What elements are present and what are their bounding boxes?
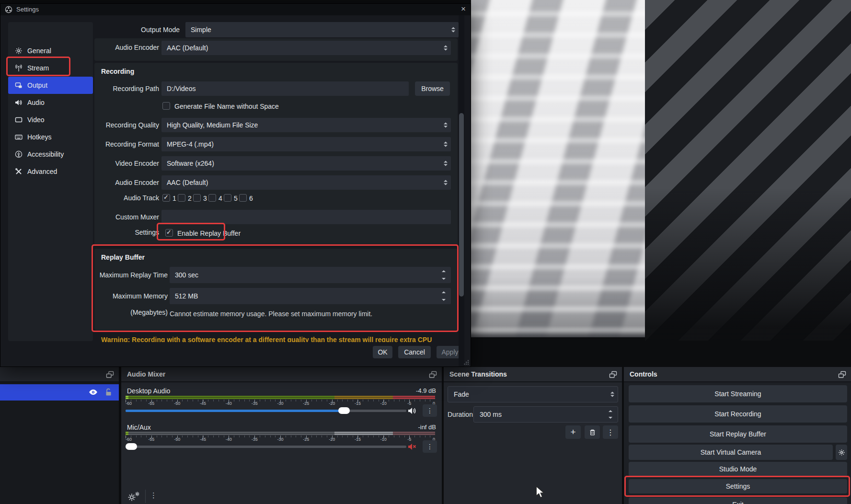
start-streaming-button[interactable]: Start Streaming	[629, 385, 847, 402]
audio-encoder2-select[interactable]: AAC (Default)	[161, 175, 451, 190]
no-space-checkbox[interactable]	[162, 102, 170, 110]
volume-meter	[126, 432, 435, 435]
popout-icon[interactable]	[838, 371, 846, 378]
no-space-label: Generate File Name without Space	[174, 103, 279, 110]
db-tick-label: -35	[252, 401, 258, 406]
volume-slider[interactable]	[126, 443, 406, 450]
max-memory-spinbox[interactable]: 512 MB	[170, 288, 451, 304]
slider-track[interactable]	[126, 446, 406, 448]
dialog-scrollbar[interactable]	[459, 15, 464, 367]
popout-icon[interactable]	[106, 371, 114, 378]
audio-track-4-checkbox[interactable]	[208, 194, 216, 202]
speaker-muted-icon[interactable]	[408, 443, 417, 451]
advanced-audio-gears-icon[interactable]	[127, 491, 140, 502]
resize-grip[interactable]	[463, 359, 469, 365]
settings-dialog: Settings × General Stream Output Audio	[0, 3, 471, 367]
recording-heading: Recording	[101, 68, 134, 75]
db-tick-label: -30	[277, 401, 283, 406]
audio-track-2-checkbox[interactable]	[178, 194, 185, 202]
spinner-icon[interactable]	[444, 142, 448, 147]
virtual-camera-settings-button[interactable]	[836, 445, 847, 460]
volume-slider[interactable]	[126, 407, 406, 414]
slider-handle[interactable]	[338, 407, 350, 414]
spinner-icon[interactable]	[451, 27, 455, 33]
spinner-icon[interactable]	[444, 123, 448, 128]
sidebar-item-output[interactable]: Output	[8, 77, 93, 94]
speaker-icon	[15, 99, 23, 106]
settings-button[interactable]: Settings	[629, 479, 847, 493]
db-tick-label: -30	[277, 437, 283, 442]
channel-options-button[interactable]: ⋮	[423, 440, 437, 453]
db-tick-label: -45	[200, 401, 206, 406]
exit-button[interactable]: Exit	[629, 497, 847, 504]
replay-buffer-heading: Replay Buffer	[101, 253, 145, 261]
audio-encoder-select[interactable]: AAC (Default)	[161, 41, 451, 55]
audio-track-6-checkbox[interactable]	[239, 194, 247, 202]
sidebar-item-hotkeys[interactable]: Hotkeys	[8, 128, 93, 146]
start-replay-buffer-button[interactable]: Start Replay Buffer	[629, 425, 847, 443]
transition-select-value: Fade	[454, 387, 469, 402]
spinner-icon[interactable]	[444, 161, 448, 166]
select-value: AAC (Default)	[167, 41, 208, 55]
toolbar-divider	[145, 490, 146, 503]
max-replay-time-spinbox[interactable]: 300 sec	[170, 267, 451, 283]
sidebar-item-stream[interactable]: Stream	[8, 59, 93, 77]
db-tick-label: -55	[148, 437, 154, 442]
remove-transition-button[interactable]	[585, 425, 600, 439]
spinner-icon[interactable]	[610, 392, 614, 397]
studio-mode-button[interactable]: Studio Mode	[629, 462, 847, 476]
scrollbar-thumb[interactable]	[459, 113, 464, 297]
duration-label: Duration	[448, 406, 473, 423]
start-virtual-camera-button[interactable]: Start Virtual Camera	[629, 445, 833, 460]
recording-quality-label: Recording Quality	[94, 117, 159, 133]
speaker-icon[interactable]	[408, 407, 417, 415]
output-mode-select[interactable]: Simple	[185, 22, 459, 37]
audio-track-1-checkbox[interactable]	[162, 194, 170, 202]
popout-icon[interactable]	[609, 371, 617, 378]
sidebar-item-accessibility[interactable]: Accessibility	[8, 146, 93, 163]
audio-track-5-checkbox[interactable]	[224, 194, 231, 202]
output-icon	[15, 81, 23, 89]
popout-icon[interactable]	[429, 371, 437, 378]
sidebar-item-label: Hotkeys	[27, 133, 52, 141]
cancel-button[interactable]: Cancel	[398, 346, 431, 358]
dialog-titlebar[interactable]: Settings ×	[0, 4, 471, 15]
lock-icon[interactable]	[105, 388, 112, 396]
input-value: D:/Videos	[167, 81, 196, 96]
add-transition-button[interactable]: +	[565, 425, 581, 439]
spinner-icon[interactable]	[444, 46, 448, 51]
spinner-icon[interactable]	[444, 180, 448, 185]
start-recording-button[interactable]: Start Recording	[629, 405, 847, 423]
ok-button[interactable]: OK	[373, 346, 392, 358]
sidebar-item-advanced[interactable]: Advanced	[8, 163, 93, 180]
sidebar-item-audio[interactable]: Audio	[8, 94, 93, 111]
close-icon[interactable]: ×	[461, 4, 466, 14]
custom-muxer-input[interactable]	[161, 210, 451, 224]
selected-source-row[interactable]	[0, 384, 119, 401]
recording-quality-select[interactable]: High Quality, Medium File Size	[161, 118, 451, 132]
video-encoder-select[interactable]: Software (x264)	[161, 156, 451, 171]
channel-options-button[interactable]: ⋮	[423, 404, 437, 417]
transition-options-button[interactable]: ⋮	[603, 425, 618, 439]
controls-dock: Controls Start Streaming Start Recording…	[624, 367, 851, 504]
channel-name: Mic/Aux	[127, 424, 151, 431]
enable-replay-buffer-checkbox[interactable]	[165, 229, 173, 237]
audio-track-3-checkbox[interactable]	[193, 194, 201, 202]
browse-button[interactable]: Browse	[415, 81, 450, 96]
spinner-icon[interactable]	[442, 288, 447, 304]
obs-app: Audio Mixer Desktop Audio -4.9 dB -60-55…	[0, 0, 851, 504]
db-tick-label: -50	[174, 401, 180, 406]
audio-mixer-header: Audio Mixer	[121, 367, 442, 382]
spinner-icon[interactable]	[442, 267, 447, 283]
slider-handle[interactable]	[126, 443, 137, 450]
mixer-options-dots-icon[interactable]: ⋮	[150, 491, 157, 500]
transition-select[interactable]: Fade	[448, 386, 618, 402]
recording-format-select[interactable]: MPEG-4 (.mp4)	[161, 137, 451, 151]
recording-path-input[interactable]: D:/Videos	[161, 81, 409, 96]
sidebar-item-video[interactable]: Video	[8, 111, 93, 128]
spinner-icon[interactable]	[609, 407, 613, 422]
sidebar-item-general[interactable]: General	[8, 42, 93, 59]
duration-spinbox[interactable]: 300 ms	[473, 406, 618, 423]
visibility-eye-icon[interactable]	[89, 389, 98, 396]
db-tick-label: -35	[252, 437, 258, 442]
